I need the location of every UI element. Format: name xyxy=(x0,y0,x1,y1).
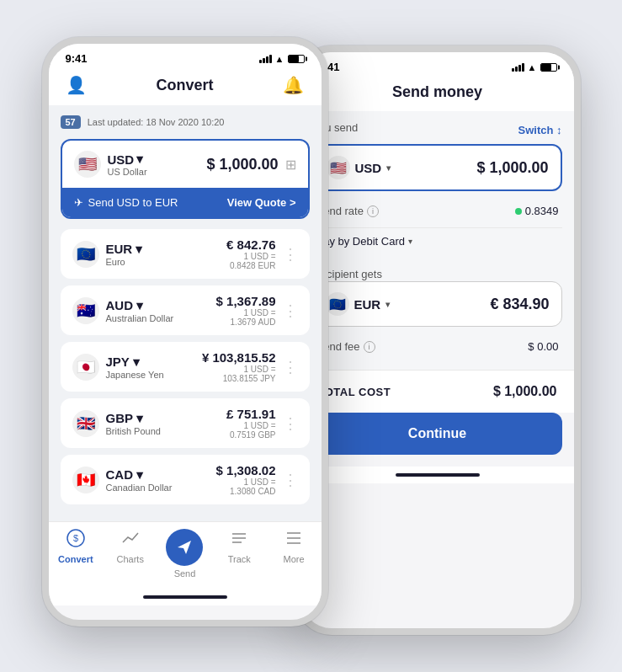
more-dots-gbp[interactable]: ⋮ xyxy=(283,414,298,433)
total-cost-label: TOTAL COST xyxy=(318,386,391,398)
aud-rate: 1 USD =1.3679 AUD xyxy=(216,308,276,327)
gbp-flag: 🇬🇧 xyxy=(72,410,99,437)
send-icon: ✈ xyxy=(74,196,83,209)
send-money-content: You send Switch ↕ 🇺🇸 USD ▾ $ 1,000.00 xyxy=(301,111,574,370)
pay-method-chevron: ▾ xyxy=(408,237,412,246)
status-icons-1: ▲ xyxy=(259,54,305,64)
eur-code: EUR ▾ xyxy=(106,242,143,257)
send-fee-info-icon[interactable]: i xyxy=(364,341,375,353)
status-bar-1: 9:41 ▲ xyxy=(49,44,322,68)
recipient-amount: € 834.90 xyxy=(490,296,549,313)
usd-name: US Dollar xyxy=(108,167,147,177)
usd-card[interactable]: 🇺🇸 USD ▾ US Dollar $ 1,000.00 xyxy=(61,139,310,219)
more-dots-aud[interactable]: ⋮ xyxy=(283,301,298,320)
currency-row-cad[interactable]: 🇨🇦 CAD ▾ Canadian Dollar $ 1,308.02 1 US… xyxy=(61,455,310,504)
signal-icon-2 xyxy=(512,63,524,72)
bottom-nav-1: $ Convert Charts Send xyxy=(49,521,322,589)
recipient-flag: 🇪🇺 xyxy=(326,292,349,316)
cad-amount: $ 1,308.02 xyxy=(216,463,276,477)
nav-charts[interactable]: Charts xyxy=(107,529,153,579)
send-fee-row: Send fee i $ 0.00 xyxy=(313,333,562,360)
battery-icon-2 xyxy=(540,63,557,72)
view-quote-btn[interactable]: View Quote > xyxy=(227,196,296,209)
send-currency-chevron: ▾ xyxy=(386,163,391,173)
home-indicator-2 xyxy=(301,467,574,483)
convert-nav-label: Convert xyxy=(58,554,93,564)
currency-row-jpy[interactable]: 🇯🇵 JPY ▾ Japanese Yen ¥ 103,815.52 1 USD… xyxy=(61,342,310,392)
user-icon[interactable]: 👤 xyxy=(66,75,87,95)
send-rate-row: Send rate i 0.8349 xyxy=(313,198,562,224)
cad-name: Canadian Dollar xyxy=(106,483,173,493)
send-nav-label: Send xyxy=(174,568,196,579)
pay-method-row[interactable]: Pay by Debit Card ▾ xyxy=(313,232,562,256)
eur-rate: 1 USD =0.8428 EUR xyxy=(226,252,275,270)
more-nav-icon xyxy=(284,529,303,552)
cad-flag: 🇨🇦 xyxy=(72,467,99,493)
send-currency-selector[interactable]: 🇺🇸 USD ▾ xyxy=(327,156,391,179)
calculator-icon[interactable]: ⊞ xyxy=(285,157,296,173)
app-header-1: 👤 Convert 🔔 xyxy=(49,68,322,105)
update-text: Last updated: 18 Nov 2020 10:20 xyxy=(88,117,225,127)
eur-name: Euro xyxy=(106,257,143,267)
eur-flag: 🇪🇺 xyxy=(72,241,99,268)
svg-text:$: $ xyxy=(73,533,78,543)
send-money-title: Send money xyxy=(392,83,482,101)
usd-flag: 🇺🇸 xyxy=(74,151,101,178)
status-bar-2: 9:41 ▲ xyxy=(301,52,574,77)
aud-flag: 🇦🇺 xyxy=(72,297,99,324)
send-usd-to-eur: ✈ Send USD to EUR xyxy=(74,196,178,209)
wifi-icon: ▲ xyxy=(275,54,284,64)
usd-action-bar[interactable]: ✈ Send USD to EUR View Quote > xyxy=(62,188,308,217)
wifi-icon-2: ▲ xyxy=(528,62,537,72)
cad-rate: 1 USD =1.3080 CAD xyxy=(216,477,276,496)
send-input-box[interactable]: 🇺🇸 USD ▾ $ 1,000.00 xyxy=(313,144,562,191)
more-dots-eur[interactable]: ⋮ xyxy=(283,245,298,264)
charts-nav-icon xyxy=(121,529,140,552)
send-rate-info-icon[interactable]: i xyxy=(367,205,379,217)
nav-more[interactable]: More xyxy=(271,529,317,579)
send-flag: 🇺🇸 xyxy=(327,156,350,179)
recipient-box[interactable]: 🇪🇺 EUR ▾ € 834.90 xyxy=(313,281,562,327)
usd-currency-info: 🇺🇸 USD ▾ US Dollar xyxy=(74,151,147,178)
gbp-amount: £ 751.91 xyxy=(226,407,275,421)
divider-1 xyxy=(313,227,562,228)
send-amount[interactable]: $ 1,000.00 xyxy=(476,159,548,177)
send-fee-value: $ 0.00 xyxy=(528,340,558,353)
gbp-code: GBP ▾ xyxy=(106,411,161,426)
charts-nav-label: Charts xyxy=(116,554,143,564)
nav-track[interactable]: Track xyxy=(216,529,263,579)
bell-icon[interactable]: 🔔 xyxy=(283,75,304,95)
nav-convert[interactable]: $ Convert xyxy=(52,529,98,579)
send-currency-code: USD xyxy=(355,161,382,175)
recipient-currency-selector[interactable]: 🇪🇺 EUR ▾ xyxy=(326,292,391,316)
jpy-flag: 🇯🇵 xyxy=(72,354,99,381)
more-dots-cad[interactable]: ⋮ xyxy=(283,471,298,489)
jpy-rate: 1 USD =103.8155 JPY xyxy=(202,365,276,383)
track-nav-label: Track xyxy=(228,554,251,564)
send-nav-btn[interactable] xyxy=(166,529,203,566)
currency-row-aud[interactable]: 🇦🇺 AUD ▾ Australian Dollar $ 1,367.89 1 … xyxy=(61,285,310,335)
more-nav-label: More xyxy=(284,554,305,564)
status-icons-2: ▲ xyxy=(512,62,557,72)
cad-code: CAD ▾ xyxy=(106,467,173,483)
continue-button[interactable]: Continue xyxy=(313,413,562,455)
battery-icon xyxy=(288,55,305,63)
green-dot xyxy=(515,208,522,215)
jpy-name: Japanese Yen xyxy=(106,370,164,380)
last-updated-bar: 57 Last updated: 18 Nov 2020 10:20 xyxy=(61,115,310,129)
currency-row-eur[interactable]: 🇪🇺 EUR ▾ Euro € 842.76 1 USD =0.8428 EUR… xyxy=(61,229,310,279)
status-time-1: 9:41 xyxy=(66,52,88,65)
nav-send[interactable]: Send xyxy=(162,529,208,579)
recipient-section: Recipient gets 🇪🇺 EUR ▾ € 834.90 Send fe… xyxy=(313,266,562,360)
track-nav-icon xyxy=(230,529,248,552)
aud-code: AUD ▾ xyxy=(106,298,174,313)
currency-row-gbp[interactable]: 🇬🇧 GBP ▾ British Pound £ 751.91 1 USD =0… xyxy=(61,398,310,448)
more-dots-jpy[interactable]: ⋮ xyxy=(283,358,298,376)
home-indicator-1 xyxy=(49,589,322,605)
jpy-amount: ¥ 103,815.52 xyxy=(202,350,276,365)
convert-nav-icon: $ xyxy=(66,529,85,552)
send-rate-value: 0.8349 xyxy=(515,205,559,217)
total-cost-amount: $ 1,000.00 xyxy=(493,384,557,399)
switch-button[interactable]: Switch ↕ xyxy=(518,124,561,136)
recipient-currency-chevron: ▾ xyxy=(385,300,390,309)
